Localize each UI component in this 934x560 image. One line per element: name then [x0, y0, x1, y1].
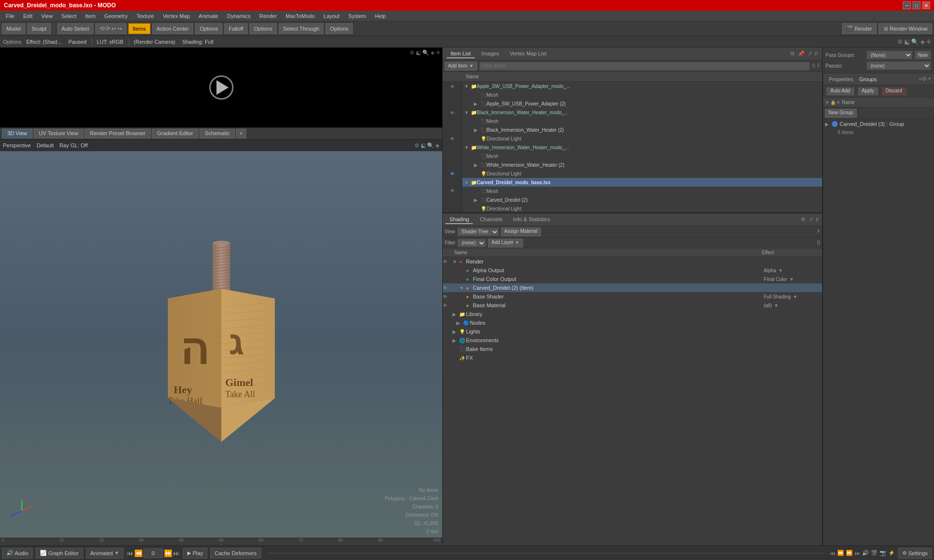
render-window-button[interactable]: 🖥 Render Window [879, 23, 932, 34]
menu-edit[interactable]: Edit [19, 12, 36, 20]
play-button[interactable] [209, 75, 234, 100]
transport-icon-6[interactable]: 🎬 [871, 550, 878, 556]
shader-final-color-row[interactable]: ● Final Color Output Final Color ▼ [443, 275, 822, 283]
tree-item-black-root[interactable]: ▼ 📁 Black_Immersion_Water_Heater_modo_..… [462, 108, 822, 117]
timeline-scrubber[interactable] [266, 552, 826, 554]
items-button[interactable]: Items [128, 23, 150, 34]
menu-help[interactable]: Help [371, 12, 390, 20]
new-pass-group-button[interactable]: New [915, 51, 931, 59]
menu-maxtomodo[interactable]: MaxToModo [282, 12, 319, 20]
ray-gl-label[interactable]: Ray GL: Off [59, 142, 88, 148]
shader-fx-row[interactable]: ✨ FX [443, 353, 822, 362]
group-col-lock[interactable]: 🔒 [830, 100, 836, 105]
tree-item-apple-sub[interactable]: ▶ ⬛ Apple_SW_USB_Power_Adapter (2) [462, 99, 822, 108]
shader-bake-row[interactable]: ⬛ Bake Items [443, 345, 822, 353]
tab-info-statistics[interactable]: Info & Statistics [509, 215, 554, 224]
new-group-button[interactable]: New Group [825, 109, 857, 118]
default-label[interactable]: Default [36, 142, 54, 148]
skip-back-button[interactable]: ⏮ [126, 549, 133, 557]
falloff-button[interactable]: Falloff [224, 23, 248, 34]
tab-schematic[interactable]: Schematic [199, 129, 235, 139]
shader-base-material-row[interactable]: 👁 ● Base Material (all) ▼ [443, 301, 822, 310]
sculpt-button[interactable]: Sculpt [27, 23, 51, 34]
group-col-ref[interactable]: R [837, 100, 840, 105]
assign-material-button[interactable]: Assign Material [501, 228, 541, 236]
passes-dropdown[interactable]: (none) [866, 61, 931, 70]
shader-nodes-row[interactable]: ▶ 🔵 Nodes [443, 318, 822, 327]
tree-item-white-heater[interactable]: ▶ ⬛ White_Immersion_Water_Heater (2) [462, 160, 822, 169]
view-dropdown[interactable]: Shader Tree [457, 228, 499, 236]
tree-item-white-root[interactable]: ▼ 📁 White_Immersion_Water_Heater_modo_..… [462, 143, 822, 152]
groups-tab[interactable]: Groups [856, 75, 880, 83]
shader-carved-dreidel-row[interactable]: 👁 ▼ ● Carved_Dreidel (2) (Item) [443, 283, 822, 292]
transport-icon-3[interactable]: ⏩ [846, 550, 853, 556]
tab-uv-texture[interactable]: UV Texture View [34, 129, 84, 139]
tree-item-directional-3[interactable]: 💡 Directional Light [462, 204, 822, 212]
menu-select[interactable]: Select [57, 12, 80, 20]
transport-icon-7[interactable]: 📷 [880, 550, 886, 556]
model-button[interactable]: Model [2, 23, 25, 34]
menu-vertex-map[interactable]: Vertex Map [159, 12, 194, 20]
graph-editor-button[interactable]: 📈 Graph Editor [36, 548, 83, 559]
skip-forward-button[interactable]: ⏭ [173, 549, 180, 557]
tree-item-apple-root[interactable]: ▼ 📁 Apple_SW_USB_Power_Adapter_modo_... [462, 82, 822, 90]
shading-settings-icon[interactable]: ⚙ [801, 216, 806, 223]
tree-item-black-heater[interactable]: ▶ ⬛ Black_Immersion_Water_Heater (2) [462, 125, 822, 134]
tab-3d-view[interactable]: 3D View [2, 129, 33, 139]
group-item-carved[interactable]: ▶ Carved_Dreidel (3) : Group [823, 119, 934, 129]
render-button[interactable]: 🎬 Render [842, 23, 877, 34]
close-button[interactable]: ✕ [922, 1, 930, 9]
menu-geometry[interactable]: Geometry [100, 12, 131, 20]
groups-add-icon[interactable]: + [918, 76, 922, 83]
shading-filter-icon[interactable]: F [816, 217, 819, 223]
menu-dynamics[interactable]: Dynamics [223, 12, 254, 20]
maximize-button[interactable]: □ [913, 1, 920, 9]
menu-item[interactable]: Item [81, 12, 99, 20]
add-tab-button[interactable]: + [236, 129, 246, 139]
menu-file[interactable]: File [2, 12, 18, 20]
action-center-button[interactable]: Action Center [152, 23, 194, 34]
menu-texture[interactable]: Texture [133, 12, 158, 20]
settings-button[interactable]: ⚙ Settings [898, 548, 932, 559]
options1-button[interactable]: Options [195, 23, 222, 34]
tree-item-carved-root[interactable]: ▼ 📁 Carved_Dreidel_modo_base.lxo [462, 178, 822, 187]
tree-item-carved-dreidel[interactable]: ▶ ⬛ Carved_Dreidel (2) [462, 195, 822, 204]
3d-viewport[interactable]: Perspective Default Ray GL: Off ⚙ ⬕ 🔍 ◈ [0, 140, 442, 538]
item-list-pin-icon[interactable]: 📌 [798, 51, 805, 57]
step-forward-button[interactable]: ⏩ [164, 549, 172, 557]
frame-input[interactable] [144, 548, 163, 558]
tree-item-directional-2[interactable]: 💡 Directional Light [462, 169, 822, 178]
audio-button[interactable]: 🔊 Audio [2, 548, 33, 559]
tree-item-carved-mesh[interactable]: ⬛ Mesh [462, 187, 822, 195]
preview-window[interactable]: ⚙ ⬕ 🔍 ◈ ✛ [0, 48, 442, 128]
shader-base-shader-row[interactable]: 👁 ● Base Shader Full Shading ▼ [443, 292, 822, 301]
pass-groups-dropdown[interactable]: (None) [866, 51, 913, 59]
cache-deformers-button[interactable]: Cache Deformers [210, 548, 261, 559]
filter-dropdown[interactable]: (none) [457, 239, 486, 247]
item-list-filter-icon[interactable]: F [815, 51, 818, 57]
tree-item-black-mesh[interactable]: ⬛ Mesh [462, 117, 822, 125]
select-through-button[interactable]: Select Through [279, 23, 323, 34]
transport-icon-5[interactable]: 🔊 [862, 550, 869, 556]
menu-system[interactable]: System [344, 12, 370, 20]
apply-button[interactable]: Apply [858, 87, 879, 96]
shader-render-row[interactable]: 👁 ▼ ● Render [443, 257, 822, 266]
transport-icon-1[interactable]: ⏮ [830, 550, 835, 556]
menu-view[interactable]: View [37, 12, 57, 20]
transport-icon-8[interactable]: ⚡ [888, 550, 895, 556]
tab-images[interactable]: Images [478, 50, 503, 58]
tree-item-apple-mesh[interactable]: ⬛ Mesh [462, 90, 822, 99]
tab-render-preset[interactable]: Render Preset Browser [85, 129, 151, 139]
item-list-settings-icon[interactable]: ⚙ [790, 51, 795, 57]
filter-items-input[interactable] [479, 62, 810, 70]
properties-tab[interactable]: Properties [826, 75, 856, 83]
tab-gradient-editor[interactable]: Gradient Editor [152, 129, 198, 139]
menu-layout[interactable]: Layout [320, 12, 343, 20]
tab-item-list[interactable]: Item List [447, 50, 475, 58]
shader-library-row[interactable]: ▶ 📁 Library [443, 310, 822, 318]
tab-shading[interactable]: Shading [446, 215, 473, 224]
menu-animate[interactable]: Animate [195, 12, 222, 20]
groups-expand-icon[interactable]: ↗ [927, 76, 931, 82]
tab-vertex-map[interactable]: Vertex Map List [506, 50, 551, 58]
options2-button[interactable]: Options [250, 23, 277, 34]
